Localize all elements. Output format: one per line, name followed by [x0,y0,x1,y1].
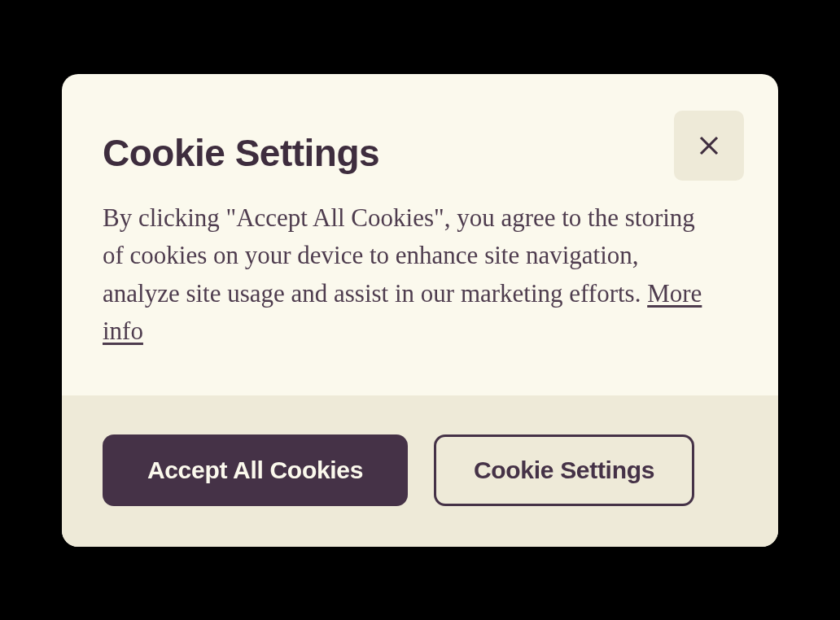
close-icon [697,133,721,158]
cookie-settings-button[interactable]: Cookie Settings [434,434,694,506]
close-button[interactable] [674,111,744,181]
dialog-body: Cookie Settings By clicking "Accept All … [62,74,778,395]
accept-all-cookies-button[interactable]: Accept All Cookies [103,434,408,506]
dialog-body-text: By clicking "Accept All Cookies", you ag… [103,203,695,308]
cookie-settings-dialog: Cookie Settings By clicking "Accept All … [62,74,778,547]
dialog-footer: Accept All Cookies Cookie Settings [62,395,778,547]
dialog-description: By clicking "Accept All Cookies", you ag… [103,199,721,351]
dialog-title: Cookie Settings [103,131,737,175]
